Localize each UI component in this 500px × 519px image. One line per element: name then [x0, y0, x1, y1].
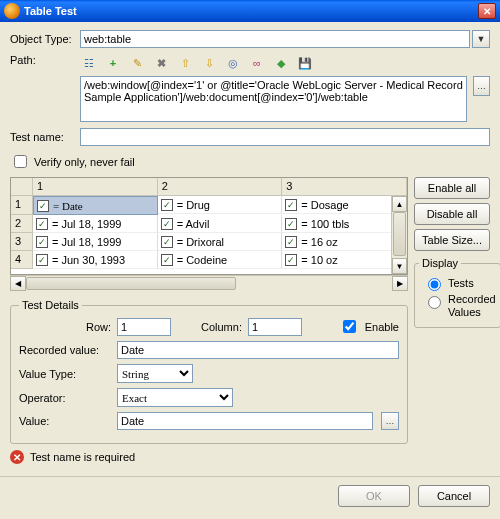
object-type-dropdown-icon[interactable]: ▼	[472, 30, 490, 48]
cancel-button[interactable]: Cancel	[418, 485, 490, 507]
col-header-2[interactable]: 2	[158, 178, 283, 196]
cell-check-icon[interactable]: ✓	[36, 218, 48, 230]
value-input[interactable]	[117, 412, 373, 430]
row-header[interactable]: 3	[11, 233, 33, 251]
grid-cell[interactable]: ✓= Jul 18, 1999	[33, 233, 158, 251]
window-title: Table Test	[24, 5, 77, 17]
scroll-up-icon[interactable]: ▲	[392, 196, 407, 212]
display-recorded-radio[interactable]	[428, 296, 441, 309]
vertical-scrollbar[interactable]: ▲ ▼	[391, 196, 407, 274]
enable-all-button[interactable]: Enable all	[414, 177, 490, 199]
test-grid[interactable]: 1 2 3 1 ✓= Date ✓= Drug ✓= Dosage 2 ✓= J…	[10, 177, 408, 275]
horizontal-scrollbar[interactable]: ◀ ▶	[10, 275, 408, 291]
path-label: Path:	[10, 54, 80, 66]
grid-cell[interactable]: ✓= Drug	[158, 196, 283, 214]
value-type-select[interactable]: String	[117, 364, 193, 383]
column-input[interactable]	[248, 318, 302, 336]
recorded-value-input[interactable]	[117, 341, 399, 359]
row-label: Row:	[19, 321, 111, 333]
cube-icon[interactable]: ◆	[272, 54, 290, 72]
disable-all-button[interactable]: Disable all	[414, 203, 490, 225]
down-icon[interactable]: ⇩	[200, 54, 218, 72]
path-textarea[interactable]: /web:window[@index='1' or @title='Oracle…	[80, 76, 467, 122]
display-tests-label: Tests	[448, 277, 474, 289]
enable-label: Enable	[365, 321, 399, 333]
pencil-icon[interactable]: ✎	[128, 54, 146, 72]
grid-cell[interactable]: ✓= Dosage	[282, 196, 407, 214]
object-type-label: Object Type:	[10, 33, 80, 45]
grid-cell[interactable]: ✓= Advil	[158, 215, 283, 233]
close-icon[interactable]: ✕	[478, 3, 496, 19]
display-group: Display Tests Recorded Values	[414, 257, 500, 328]
grid-cell[interactable]: ✓= Drixoral	[158, 233, 283, 251]
column-label: Column:	[201, 321, 242, 333]
row-header[interactable]: 4	[11, 251, 33, 269]
col-header-1[interactable]: 1	[33, 178, 158, 196]
app-icon	[4, 3, 20, 19]
row-header[interactable]: 2	[11, 215, 33, 233]
col-header-3[interactable]: 3	[282, 178, 407, 196]
enable-checkbox[interactable]	[343, 320, 356, 333]
test-name-input[interactable]	[80, 128, 490, 146]
ok-button[interactable]: OK	[338, 485, 410, 507]
row-input[interactable]	[117, 318, 171, 336]
verify-label: Verify only, never fail	[34, 156, 135, 168]
table-size-button[interactable]: Table Size...	[414, 229, 490, 251]
operator-select[interactable]: Exact	[117, 388, 233, 407]
cell-check-icon[interactable]: ✓	[285, 218, 297, 230]
verify-checkbox[interactable]	[14, 155, 27, 168]
error-text: Test name is required	[30, 451, 135, 463]
plus-icon[interactable]: +	[104, 54, 122, 72]
cell-check-icon[interactable]: ✓	[36, 236, 48, 248]
delete-icon[interactable]: ✖	[152, 54, 170, 72]
tree-icon[interactable]: ☷	[80, 54, 98, 72]
grid-cell[interactable]: ✓= Jul 18, 1999	[33, 215, 158, 233]
operator-label: Operator:	[19, 392, 111, 404]
display-legend: Display	[419, 257, 461, 269]
recorded-value-label: Recorded value:	[19, 344, 111, 356]
test-details-group: Test Details Row: Column: Enable Recorde…	[10, 299, 408, 444]
cell-check-icon[interactable]: ✓	[285, 236, 297, 248]
cell-check-icon[interactable]: ✓	[285, 199, 297, 211]
error-icon: ✕	[10, 450, 24, 464]
cell-check-icon[interactable]: ✓	[161, 218, 173, 230]
cell-check-icon[interactable]: ✓	[37, 200, 49, 212]
row-header[interactable]: 1	[11, 196, 33, 215]
cell-check-icon[interactable]: ✓	[161, 236, 173, 248]
target-icon[interactable]: ◎	[224, 54, 242, 72]
scroll-down-icon[interactable]: ▼	[392, 258, 407, 274]
test-name-label: Test name:	[10, 131, 80, 143]
cell-check-icon[interactable]: ✓	[161, 199, 173, 211]
up-icon[interactable]: ⇧	[176, 54, 194, 72]
test-details-legend: Test Details	[19, 299, 82, 311]
save-icon[interactable]: 💾	[296, 54, 314, 72]
value-type-label: Value Type:	[19, 368, 111, 380]
scroll-left-icon[interactable]: ◀	[10, 276, 26, 291]
cell-check-icon[interactable]: ✓	[161, 254, 173, 266]
display-recorded-label: Recorded Values	[448, 293, 496, 319]
value-browse-icon[interactable]: …	[381, 412, 399, 430]
grid-cell[interactable]: ✓= 10 oz	[282, 251, 407, 269]
display-tests-radio[interactable]	[428, 278, 441, 291]
scroll-thumb[interactable]	[26, 277, 236, 290]
cell-check-icon[interactable]: ✓	[36, 254, 48, 266]
grid-cell[interactable]: ✓= Date	[33, 196, 158, 215]
grid-cell[interactable]: ✓= 100 tbls	[282, 215, 407, 233]
object-type-input[interactable]	[80, 30, 470, 48]
title-bar: Table Test ✕	[0, 0, 500, 22]
scroll-right-icon[interactable]: ▶	[392, 276, 408, 291]
goggles-icon[interactable]: ∞	[248, 54, 266, 72]
value-label: Value:	[19, 415, 111, 427]
grid-cell[interactable]: ✓= Codeine	[158, 251, 283, 269]
scroll-thumb[interactable]	[393, 212, 406, 256]
grid-cell[interactable]: ✓= 16 oz	[282, 233, 407, 251]
path-browse-icon[interactable]: …	[473, 76, 490, 96]
cell-check-icon[interactable]: ✓	[285, 254, 297, 266]
col-header-rownum[interactable]	[11, 178, 33, 196]
grid-cell[interactable]: ✓= Jun 30, 1993	[33, 251, 158, 269]
